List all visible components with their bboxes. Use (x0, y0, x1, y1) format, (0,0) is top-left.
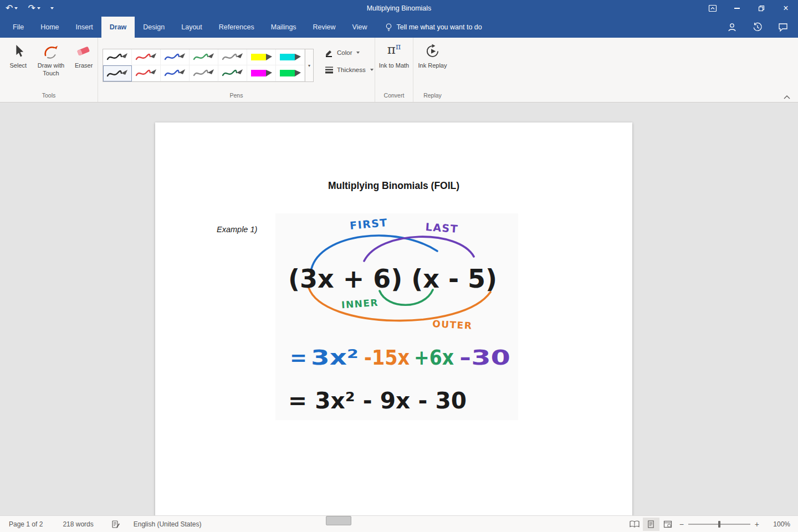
highlighter-swatch-yellow[interactable] (247, 49, 276, 65)
pen-stroke-icon (221, 67, 245, 79)
web-layout-button[interactable] (659, 518, 676, 531)
pen-stroke-icon (105, 51, 130, 63)
ink-replay-icon (425, 42, 440, 60)
tab-view[interactable]: View (344, 17, 376, 38)
document-heading: Multiplying Binomials (FOIL) (155, 180, 632, 192)
customize-quick-access-button[interactable] (50, 7, 54, 9)
pen-swatch-gray-2[interactable] (190, 65, 218, 81)
tabrow-right-icons (727, 17, 798, 38)
foil-ink-image[interactable]: FIRST LAST INNER OUTER (3x + 6) (x - 5) … (275, 213, 518, 420)
redo-dropdown-icon[interactable] (37, 7, 40, 9)
redo-icon: ↷ (28, 4, 35, 13)
pen-swatch-red[interactable] (132, 49, 161, 65)
pen-swatch-black-selected[interactable] (103, 65, 132, 81)
ribbon-display-options-icon (708, 4, 717, 13)
step2-result: = 3x² - 9x - 30 (288, 387, 467, 414)
pen-swatch-blue[interactable] (161, 49, 190, 65)
highlighter-swatch-cyan[interactable] (276, 49, 305, 65)
comments-icon[interactable] (778, 22, 788, 32)
pen-swatch-green[interactable] (190, 49, 218, 65)
tab-home[interactable]: Home (32, 17, 67, 38)
undo-dropdown-icon[interactable] (14, 7, 18, 9)
inner-label: INNER (341, 297, 378, 311)
ink-to-math-label: Ink to Math (379, 62, 409, 69)
close-button[interactable]: × (774, 0, 798, 17)
undo-button[interactable]: ↶ (6, 4, 18, 13)
proofing-status-button[interactable] (111, 520, 120, 529)
highlighter-stroke-icon (249, 51, 274, 63)
close-icon: × (783, 4, 788, 13)
tab-review[interactable]: Review (305, 17, 344, 38)
replay-group-label: Replay (413, 91, 452, 102)
highlighter-swatch-green[interactable] (276, 65, 305, 81)
redo-button[interactable]: ↷ (28, 4, 40, 13)
eraser-button[interactable]: Eraser (70, 38, 98, 69)
status-bar: Page 1 of 2 218 words English (United St… (0, 515, 798, 532)
read-mode-button[interactable] (626, 518, 643, 531)
ribbon: Select Draw with Touch (0, 38, 798, 103)
tab-file[interactable]: File (4, 17, 32, 38)
zoom-level[interactable]: 100% (768, 520, 790, 528)
tab-insert[interactable]: Insert (68, 17, 101, 38)
activity-history-icon[interactable] (753, 22, 763, 32)
step1-equals: = (290, 346, 307, 370)
draw-with-touch-button[interactable]: Draw with Touch (35, 38, 67, 77)
pen-swatch-dark-green[interactable] (218, 65, 247, 81)
pens-group-label: Pens (98, 91, 375, 102)
page-indicator[interactable]: Page 1 of 2 (9, 520, 43, 528)
tools-group-label: Tools (0, 91, 98, 102)
ribbon-tabs: File Home Insert Draw Design Layout Refe… (0, 17, 798, 38)
tab-draw[interactable]: Draw (101, 17, 135, 38)
ribbon-display-options-button[interactable] (700, 0, 725, 17)
pen-gallery-more-button[interactable]: ▾ (305, 49, 313, 81)
restore-button[interactable] (749, 0, 774, 17)
ink-replay-button[interactable]: Ink Replay (418, 38, 447, 69)
pencil-stroke-icon (192, 67, 216, 79)
tab-design[interactable]: Design (135, 17, 173, 38)
word-count[interactable]: 218 words (63, 520, 93, 528)
print-layout-button[interactable] (643, 518, 659, 531)
minimize-icon (734, 8, 740, 9)
tab-mailings[interactable]: Mailings (263, 17, 305, 38)
pen-thickness-dropdown[interactable]: Thickness (323, 64, 376, 76)
tab-references[interactable]: References (211, 17, 263, 38)
lightbulb-icon (385, 23, 392, 32)
pen-swatch-gray[interactable] (218, 49, 247, 65)
horizontal-scrollbar-thumb[interactable] (326, 516, 351, 525)
minimize-button[interactable] (725, 0, 749, 17)
last-arc (364, 237, 474, 261)
select-label: Select (9, 62, 27, 69)
pen-swatch-black[interactable] (103, 49, 132, 65)
read-mode-icon (630, 520, 640, 528)
pen-color-dropdown[interactable]: Color (323, 47, 376, 59)
select-button[interactable]: Select (4, 38, 32, 69)
collapse-ribbon-button[interactable] (784, 95, 790, 99)
restore-icon (758, 5, 765, 12)
window-title: Multiplying Binomials (0, 4, 798, 12)
titlebar: ↶ ↷ Multiplying Binomials (0, 0, 798, 17)
pen-stroke-icon (192, 51, 216, 63)
pen-swatch-blue-2[interactable] (161, 65, 190, 81)
zoom-out-button[interactable]: − (676, 520, 687, 529)
page[interactable]: Multiplying Binomials (FOIL) Example 1) … (155, 122, 632, 515)
highlighter-swatch-magenta[interactable] (247, 65, 276, 81)
account-icon[interactable] (727, 22, 737, 32)
zoom-in-button[interactable]: + (751, 520, 763, 529)
eraser-label: Eraser (75, 62, 93, 69)
convert-group: ππ Ink to Math Convert (375, 38, 413, 102)
pen-swatch-red-2[interactable] (132, 65, 161, 81)
ink-to-math-button[interactable]: ππ Ink to Math (379, 38, 409, 69)
eraser-icon (76, 42, 91, 60)
zoom-slider[interactable] (688, 524, 750, 525)
tell-me-box[interactable]: Tell me what you want to do (385, 17, 482, 38)
zoom-slider-thumb[interactable] (718, 521, 720, 528)
pen-color-label: Color (337, 49, 352, 56)
pen-color-icon (325, 49, 334, 57)
pen-stroke-icon (105, 68, 130, 80)
pen-stroke-icon (134, 51, 158, 63)
tab-layout[interactable]: Layout (173, 17, 211, 38)
language-indicator[interactable]: English (United States) (134, 520, 202, 528)
select-cursor-icon (13, 42, 24, 60)
step1-last-term: -30 (459, 346, 510, 370)
chevron-down-icon: ▾ (308, 63, 310, 68)
